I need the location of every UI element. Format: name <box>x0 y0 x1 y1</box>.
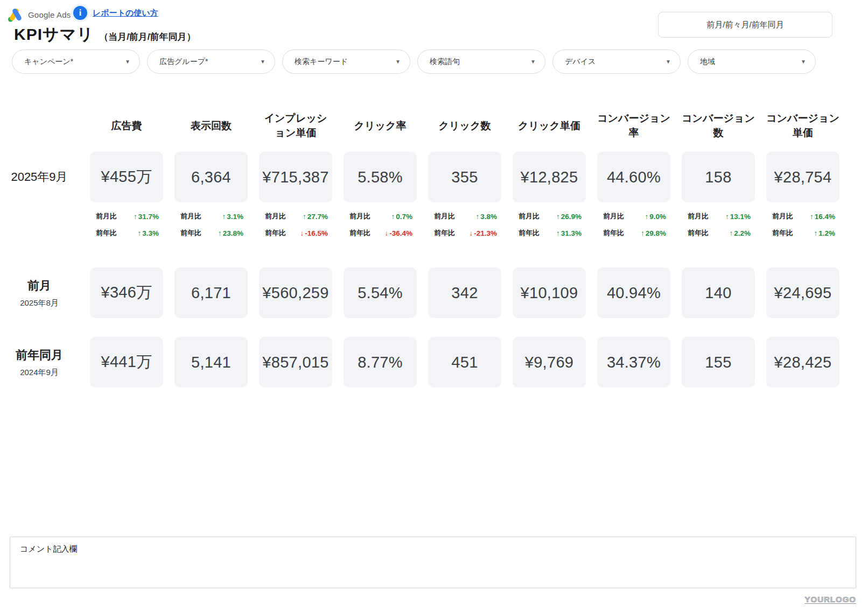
current-month-row: 2025年9月 ¥455万 6,364 ¥715,387 5.58% 355 ¥… <box>0 152 839 202</box>
period-compare-button[interactable]: 前月/前々月/前年同月 <box>658 12 832 38</box>
trend-arrow-icon: ↑ <box>556 229 560 237</box>
kpi-value: 140 <box>682 267 755 318</box>
chevron-down-icon: ▼ <box>801 59 806 65</box>
kpi-value: ¥9,769 <box>513 337 586 387</box>
yoy-label: 前年比 <box>180 228 201 238</box>
mom-label: 前月比 <box>96 212 117 221</box>
comment-input[interactable]: コメント記入欄 <box>10 537 856 588</box>
kpi-value: ¥10,109 <box>513 267 586 318</box>
kpi-value: ¥28,425 <box>766 337 839 387</box>
prev-year-row: 前年同月 2024年9月 ¥441万 5,141 ¥857,015 8.77% … <box>0 337 839 387</box>
trend-arrow-icon: ↑ <box>475 213 479 221</box>
kpi-value: ¥441万 <box>90 337 163 387</box>
yoy-percent: 23.8% <box>223 229 243 237</box>
filter-search-term[interactable]: 検索語句 ▼ <box>417 50 545 74</box>
comparison-cell: 前月比↑3.1% 前年比↑23.8% <box>174 212 248 245</box>
comparison-cell: 前月比↑0.7% 前年比↓-36.4% <box>344 212 417 245</box>
filter-search-keyword[interactable]: 検索キーワード ▼ <box>282 50 410 74</box>
yoy-percent: -36.4% <box>389 229 412 237</box>
column-header: 表示回数 <box>174 119 248 133</box>
filter-search-term-label: 検索語句 <box>430 57 460 67</box>
filter-ad-group-label: 広告グループ* <box>159 57 208 67</box>
column-header: コンバージョン率 <box>597 111 670 140</box>
yoy-percent: 31.3% <box>561 229 582 237</box>
trend-arrow-icon: ↓ <box>384 229 388 237</box>
yoy-value: ↓-16.5% <box>300 229 328 237</box>
comparison-row: 前月比↑31.7% 前年比↑3.3% 前月比↑3.1% 前年比↑23.8% 前月… <box>0 212 839 245</box>
mom-label: 前月比 <box>349 212 370 221</box>
trend-arrow-icon: ↑ <box>729 229 733 237</box>
trend-arrow-icon: ↑ <box>303 213 306 221</box>
filter-device-label: デバイス <box>565 57 596 67</box>
comparison-cell: 前月比↑3.8% 前年比↓-21.3% <box>428 212 501 245</box>
trend-arrow-icon: ↓ <box>469 229 473 237</box>
kpi-value: 6,364 <box>174 152 248 202</box>
kpi-value: ¥715,387 <box>259 152 332 202</box>
column-header: クリック数 <box>428 119 501 133</box>
trend-arrow-icon: ↑ <box>134 213 137 221</box>
mom-value: ↑3.8% <box>475 213 497 221</box>
filter-region[interactable]: 地域 ▼ <box>688 50 816 74</box>
chevron-down-icon: ▼ <box>530 59 536 65</box>
filter-region-label: 地域 <box>700 57 715 67</box>
mom-label: 前月比 <box>434 212 455 221</box>
trend-arrow-icon: ↑ <box>725 213 729 221</box>
trend-arrow-icon: ↑ <box>810 213 814 221</box>
trend-arrow-icon: ↑ <box>137 229 141 237</box>
kpi-value: 44.60% <box>597 152 670 202</box>
trend-arrow-icon: ↑ <box>218 229 222 237</box>
filter-bar: キャンペーン* ▼ 広告グループ* ▼ 検索キーワード ▼ 検索語句 ▼ デバイ… <box>12 50 816 74</box>
kpi-value: 158 <box>682 152 755 202</box>
info-icon[interactable]: i <box>73 6 87 20</box>
chevron-down-icon: ▼ <box>260 59 265 65</box>
yoy-percent: -21.3% <box>474 229 497 237</box>
kpi-value: 5,141 <box>174 337 248 387</box>
kpi-value: 5.54% <box>344 267 417 318</box>
filter-campaign[interactable]: キャンペーン* ▼ <box>12 50 140 74</box>
kpi-value: ¥560,259 <box>259 267 332 318</box>
column-header: 広告費 <box>90 119 163 133</box>
mom-value: ↑3.1% <box>222 213 243 221</box>
page-title: KPIサマリ <box>14 24 94 46</box>
yoy-value: ↓-21.3% <box>469 229 497 237</box>
comparison-cell: 前月比↑9.0% 前年比↑29.8% <box>597 212 670 245</box>
mom-label: 前月比 <box>265 212 286 221</box>
kpi-value: 8.77% <box>344 337 417 387</box>
yoy-percent: 3.3% <box>142 229 159 237</box>
page-title-row: KPIサマリ （当月/前月/前年同月） <box>14 24 196 46</box>
mom-percent: 27.7% <box>307 213 328 221</box>
kpi-value: ¥12,825 <box>513 152 586 202</box>
yoy-value: ↑2.2% <box>729 229 751 237</box>
column-header: クリック率 <box>344 119 417 133</box>
filter-campaign-label: キャンペーン* <box>24 57 73 67</box>
comparison-cell: 前月比↑26.9% 前年比↑31.3% <box>513 212 586 245</box>
kpi-value: 155 <box>682 337 755 387</box>
mom-label: 前月比 <box>688 212 709 221</box>
table-header-row: 広告費 表示回数 インプレッション単価 クリック率 クリック数 クリック単価 コ… <box>0 102 839 150</box>
filter-search-keyword-label: 検索キーワード <box>295 57 348 67</box>
yoy-label: 前年比 <box>265 228 286 238</box>
kpi-value: 6,171 <box>174 267 248 318</box>
yoy-label: 前年比 <box>772 228 793 238</box>
yoy-percent: -16.5% <box>305 229 328 237</box>
report-help-link[interactable]: レポートの使い方 <box>93 8 158 18</box>
mom-label: 前月比 <box>603 212 624 221</box>
mom-label: 前月比 <box>180 212 201 221</box>
filter-device[interactable]: デバイス ▼ <box>552 50 681 74</box>
trend-arrow-icon: ↑ <box>391 213 395 221</box>
mom-percent: 3.8% <box>480 213 497 221</box>
trend-arrow-icon: ↑ <box>814 229 817 237</box>
comparison-cell: 前月比↑31.7% 前年比↑3.3% <box>90 212 163 245</box>
filter-ad-group[interactable]: 広告グループ* ▼ <box>147 50 275 74</box>
kpi-value: ¥28,754 <box>766 152 839 202</box>
trend-arrow-icon: ↑ <box>222 213 226 221</box>
kpi-value: ¥346万 <box>90 267 163 318</box>
yoy-percent: 2.2% <box>734 229 751 237</box>
yoy-label: 前年比 <box>519 228 540 238</box>
kpi-value: 34.37% <box>597 337 670 387</box>
trend-arrow-icon: ↑ <box>641 229 645 237</box>
yoy-value: ↓-36.4% <box>384 229 412 237</box>
mom-percent: 31.7% <box>138 213 159 221</box>
mom-value: ↑13.1% <box>725 213 751 221</box>
kpi-value: ¥857,015 <box>259 337 332 387</box>
